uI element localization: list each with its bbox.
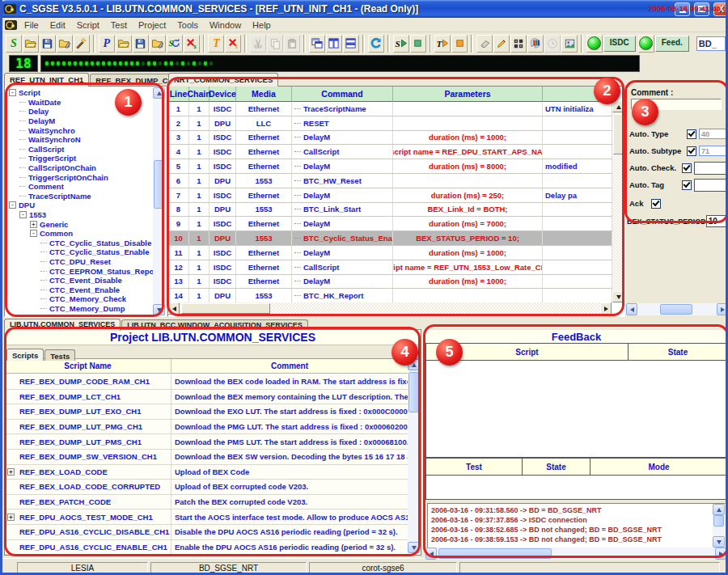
- stop-test-button[interactable]: [451, 35, 468, 53]
- new-script-button[interactable]: S: [6, 35, 22, 53]
- command-row[interactable]: 131ISDCEthernetDelayMduration (ms) = 100…: [168, 275, 612, 290]
- tree-item[interactable]: TraceScriptName: [6, 192, 153, 201]
- script-row[interactable]: REF_BEX_PATCH_CODEPatch the BEX corrupte…: [5, 495, 408, 510]
- column-header-parameters[interactable]: Parameters: [393, 87, 543, 102]
- column-header-chain[interactable]: Chain: [189, 87, 210, 102]
- comment-hscrollbar-right-button[interactable]: [717, 303, 728, 315]
- isdc-led-button[interactable]: [586, 35, 603, 53]
- bd-field[interactable]: [696, 36, 726, 51]
- feedback-log-vscrollbar-down-button[interactable]: [713, 536, 725, 548]
- tree-item[interactable]: CTC_Memory_Check: [6, 294, 153, 304]
- auto-checkbox[interactable]: [682, 163, 692, 173]
- open-project-button[interactable]: [116, 35, 132, 53]
- expand-icon[interactable]: +: [30, 221, 37, 228]
- tree-scrollbar-down-button[interactable]: [153, 304, 165, 315]
- bex-status-period-field[interactable]: [706, 215, 728, 227]
- tree-scrollbar-thumb[interactable]: [154, 160, 164, 209]
- expand-icon[interactable]: +: [7, 514, 15, 521]
- tile-vertical-button[interactable]: [326, 35, 342, 53]
- feedback-hscrollbar-left-button[interactable]: [425, 548, 437, 560]
- open-script-button[interactable]: [23, 35, 39, 53]
- feedback-toggle-button[interactable]: Feed.: [655, 36, 689, 52]
- script-row[interactable]: +REF_DPU_AOCS_TEST_MODE_CH1Start the AOC…: [5, 509, 408, 525]
- script-row[interactable]: REF_BEX_DUMP_SW_VERSION_CH1Download the …: [5, 450, 408, 465]
- collapse-icon[interactable]: -: [19, 211, 27, 218]
- comment-hscrollbar-left-button[interactable]: [626, 303, 637, 315]
- feedback-log[interactable]: 2006-03-16 - 09:31:58.560 -> BD = BD_SGS…: [427, 503, 726, 548]
- command-row[interactable]: 31ISDCEthernetDelayMduration (ms) = 1000…: [168, 131, 612, 146]
- refresh-button[interactable]: [368, 35, 384, 53]
- tree-item[interactable]: WaitSynchro: [6, 125, 153, 135]
- tab-table[interactable]: NRT_COMMON_SERVICES: [168, 73, 278, 87]
- tree-item[interactable]: CTC_EEPROM_Status_Report: [6, 266, 153, 276]
- reload-script-button[interactable]: S: [167, 35, 183, 53]
- stop-script-button[interactable]: [410, 35, 426, 53]
- tree-item[interactable]: CallScript: [6, 145, 153, 154]
- project-vscrollbar-down-button[interactable]: [408, 542, 420, 553]
- run-script-button[interactable]: S: [393, 35, 409, 53]
- tree-item[interactable]: WaitSynchroN: [6, 135, 153, 145]
- isdc-connect-button[interactable]: ISDC: [603, 36, 636, 52]
- command-row[interactable]: 71ISDCEthernetDelayMduration (ms) = 250;…: [168, 188, 612, 203]
- menu-help[interactable]: Help: [247, 19, 277, 31]
- script-row[interactable]: REF_BEX_DUMP_LUT_EXO_CH1Download the EXO…: [5, 404, 408, 420]
- menu-tools[interactable]: Tools: [171, 19, 204, 31]
- auto-checkbox[interactable]: [687, 129, 696, 139]
- column-header-media[interactable]: Media: [236, 87, 292, 102]
- save-project-button[interactable]: [133, 35, 149, 53]
- subtab-scripts[interactable]: Scripts: [6, 349, 44, 361]
- expand-icon[interactable]: +: [7, 468, 15, 476]
- tree-item[interactable]: +Generic: [6, 219, 153, 229]
- script-wizard-button[interactable]: [74, 35, 90, 53]
- tab-project[interactable]: LIB.UTN.COMMON_SERVICES: [4, 319, 121, 331]
- auto-field[interactable]: [694, 179, 726, 192]
- tree-scrollbar[interactable]: [153, 87, 165, 315]
- feedback-log-vscrollbar-thumb[interactable]: [713, 515, 724, 526]
- column-header-command[interactable]: Command: [292, 87, 393, 102]
- menu-test[interactable]: Test: [105, 19, 133, 31]
- project-properties-button[interactable]: [150, 35, 166, 53]
- tree-item[interactable]: -Common: [6, 229, 153, 239]
- command-table-vscrollbar[interactable]: [612, 101, 624, 302]
- tab-ref_utn_init_ch1[interactable]: REF_UTN_INIT_CH1: [4, 73, 89, 87]
- tree-item[interactable]: TriggerScriptOnChain: [6, 172, 153, 182]
- command-row[interactable]: 41ISDCEthernetCallScriptscript name = RE…: [168, 145, 612, 159]
- command-row[interactable]: 111ISDCEthernetDelayMduration (ms) = 100…: [168, 246, 612, 260]
- delete-script-button[interactable]: s: [184, 35, 200, 53]
- tree-item[interactable]: CTC_Event_Enable: [6, 285, 153, 294]
- run-test-button[interactable]: T: [434, 35, 451, 53]
- command-row[interactable]: 61DPU1553BTC_HW_Reset: [168, 174, 612, 188]
- ack-checkbox[interactable]: [651, 199, 661, 209]
- script-row[interactable]: +REF_BEX_LOAD_CODEUpload of BEX Code: [5, 465, 408, 480]
- command-row[interactable]: 11ISDCEthernetTraceScriptNameUTN initial…: [168, 102, 612, 116]
- edit-pencil-button[interactable]: [493, 35, 510, 53]
- command-row[interactable]: 21DPULLCRESET: [168, 116, 612, 131]
- command-table-hscrollbar-left-button[interactable]: [168, 302, 180, 315]
- feedback-log-vscrollbar[interactable]: [713, 504, 725, 548]
- delete-test-button[interactable]: t: [225, 35, 241, 53]
- feedback-hscrollbar-right-button[interactable]: [715, 548, 726, 560]
- new-test-button[interactable]: T: [208, 35, 224, 53]
- script-row[interactable]: REF_DPU_AS16_CYCLIC_DISABLE_CH1Disable t…: [5, 525, 408, 540]
- color-bars-button[interactable]: [527, 35, 544, 53]
- command-table-vscrollbar-down-button[interactable]: [612, 291, 624, 302]
- tree-item[interactable]: TriggerScript: [6, 154, 153, 163]
- project-column-header[interactable]: Script Name: [5, 359, 171, 373]
- script-row[interactable]: REF_BEX_DUMP_CODE_RAM_CH1Download the BE…: [5, 374, 408, 390]
- command-table-hscrollbar-right-button[interactable]: [600, 302, 612, 315]
- image-view-button[interactable]: [561, 35, 578, 53]
- collapse-icon[interactable]: -: [9, 89, 16, 96]
- auto-checkbox[interactable]: [682, 180, 692, 190]
- save-script-button[interactable]: [40, 35, 56, 53]
- tree-item[interactable]: CTC_Memory_Dump: [6, 304, 153, 314]
- cascade-windows-button[interactable]: [309, 35, 325, 53]
- script-properties-button[interactable]: [57, 35, 73, 53]
- feedback-hscrollbar-thumb[interactable]: [438, 548, 552, 559]
- menu-script[interactable]: Script: [71, 19, 105, 31]
- command-row[interactable]: 101DPU1553BTC_Cyclic_Status_EnableBEX_ST…: [168, 231, 612, 246]
- project-vscrollbar[interactable]: [408, 359, 420, 553]
- comment-hscrollbar-thumb[interactable]: [660, 304, 692, 315]
- tree-item[interactable]: -DPU: [6, 201, 153, 210]
- menu-window[interactable]: Window: [204, 19, 247, 31]
- menu-file[interactable]: File: [19, 19, 44, 31]
